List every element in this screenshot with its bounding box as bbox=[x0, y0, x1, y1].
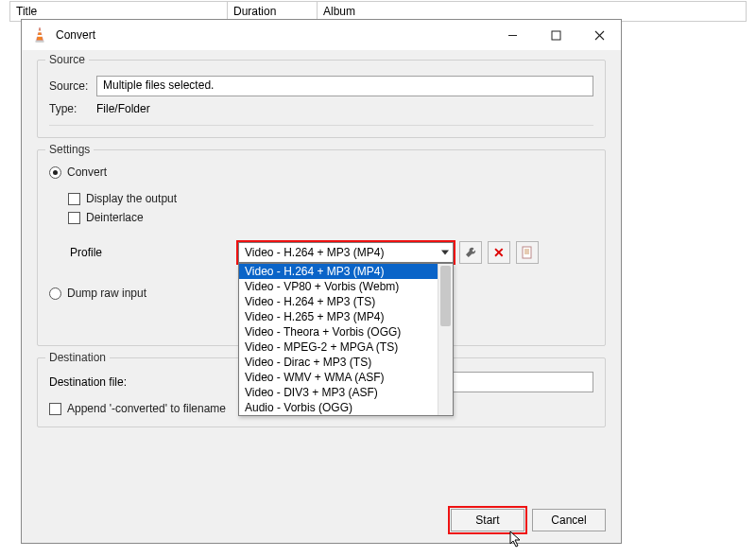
minimize-button[interactable] bbox=[490, 20, 534, 50]
type-value: File/Folder bbox=[96, 102, 150, 115]
svg-rect-4 bbox=[552, 31, 560, 40]
x-icon: ✕ bbox=[493, 245, 505, 260]
deinterlace-checkbox[interactable]: Deinterlace bbox=[68, 211, 144, 224]
append-converted-label: Append '-converted' to filename bbox=[67, 402, 226, 415]
wrench-icon bbox=[464, 246, 477, 259]
profile-combobox[interactable]: Video - H.264 + MP3 (MP4) bbox=[238, 242, 454, 263]
col-duration[interactable]: Duration bbox=[227, 2, 317, 21]
vlc-icon bbox=[31, 26, 48, 44]
svg-rect-1 bbox=[38, 31, 42, 33]
destination-legend: Destination bbox=[45, 351, 110, 364]
dropdown-scrollbar[interactable] bbox=[438, 264, 453, 415]
source-input[interactable]: Multiple files selected. bbox=[96, 76, 593, 96]
maximize-button[interactable] bbox=[534, 20, 577, 50]
cancel-button[interactable]: Cancel bbox=[532, 509, 606, 531]
source-label: Source: bbox=[49, 79, 96, 93]
profile-option[interactable]: Video - VP80 + Vorbis (Webm) bbox=[239, 279, 438, 294]
new-profile-button[interactable] bbox=[516, 241, 539, 264]
profile-option[interactable]: Video - MPEG-2 + MPGA (TS) bbox=[239, 339, 438, 355]
profile-label: Profile bbox=[49, 246, 238, 259]
svg-rect-7 bbox=[523, 247, 531, 258]
col-album[interactable]: Album bbox=[317, 2, 746, 21]
profile-value: Video - H.264 + MP3 (MP4) bbox=[245, 246, 385, 259]
radio-icon bbox=[49, 166, 61, 179]
delete-profile-button[interactable]: ✕ bbox=[488, 241, 510, 264]
svg-rect-0 bbox=[36, 41, 44, 43]
dialog-title: Convert bbox=[56, 28, 490, 42]
divider bbox=[49, 125, 593, 126]
profile-option[interactable]: Video - H.264 + MP3 (TS) bbox=[239, 294, 438, 309]
type-label: Type: bbox=[49, 102, 96, 115]
new-doc-icon bbox=[521, 246, 534, 259]
destination-file-label: Destination file: bbox=[49, 375, 238, 389]
close-button[interactable] bbox=[577, 20, 621, 50]
titlebar[interactable]: Convert bbox=[22, 20, 621, 50]
settings-group: Settings Convert Display the output Dein… bbox=[37, 149, 606, 346]
source-legend: Source bbox=[45, 53, 89, 66]
col-title[interactable]: Title bbox=[9, 2, 227, 21]
radio-icon bbox=[49, 287, 61, 300]
convert-radio-label: Convert bbox=[67, 165, 107, 179]
dump-raw-label: Dump raw input bbox=[67, 287, 146, 300]
append-converted-checkbox[interactable]: Append '-converted' to filename bbox=[49, 402, 226, 415]
profile-option[interactable]: Video - DIV3 + MP3 (ASF) bbox=[239, 385, 438, 400]
cursor-icon bbox=[509, 531, 524, 549]
chevron-down-icon bbox=[441, 251, 449, 255]
profile-option[interactable]: Video - WMV + WMA (ASF) bbox=[239, 370, 438, 385]
checkbox-icon bbox=[49, 403, 61, 415]
display-output-label: Display the output bbox=[86, 192, 177, 205]
profile-option[interactable]: Audio - Vorbis (OGG) bbox=[239, 400, 438, 415]
profile-option[interactable]: Video - H.265 + MP3 (MP4) bbox=[239, 309, 438, 324]
svg-rect-2 bbox=[37, 35, 43, 37]
checkbox-icon bbox=[68, 212, 80, 224]
deinterlace-label: Deinterlace bbox=[86, 211, 144, 224]
profile-option[interactable]: Video - Theora + Vorbis (OGG) bbox=[239, 324, 438, 339]
profile-option[interactable]: Video - Dirac + MP3 (TS) bbox=[239, 355, 438, 370]
dump-raw-radio[interactable]: Dump raw input bbox=[49, 287, 146, 300]
edit-profile-button[interactable] bbox=[459, 241, 482, 264]
start-button[interactable]: Start bbox=[451, 509, 524, 531]
checkbox-icon bbox=[68, 193, 80, 205]
settings-legend: Settings bbox=[45, 143, 94, 156]
profile-dropdown: Video - H.264 + MP3 (MP4) Video - VP80 +… bbox=[238, 263, 454, 416]
scrollbar-thumb[interactable] bbox=[440, 266, 451, 326]
convert-radio[interactable]: Convert bbox=[49, 165, 107, 179]
convert-dialog: Convert Source Source: Multiple files se… bbox=[21, 19, 622, 544]
profile-option[interactable]: Video - H.264 + MP3 (MP4) bbox=[239, 264, 438, 279]
source-group: Source Source: Multiple files selected. … bbox=[37, 60, 606, 138]
display-output-checkbox[interactable]: Display the output bbox=[68, 192, 177, 205]
